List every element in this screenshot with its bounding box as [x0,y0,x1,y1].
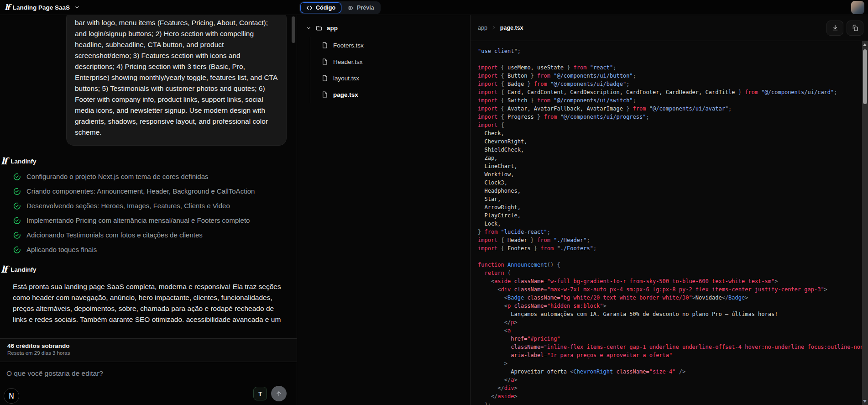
code-line [478,252,862,261]
file-tree-item-page.tsx[interactable]: page.tsx [310,86,470,103]
project-switcher[interactable]: lf Landing Page SaaS [0,4,80,11]
file-tree-item-layout.tsx[interactable]: layout.tsx [310,70,470,86]
code-line: import { Card, CardContent, CardDescript… [478,88,862,96]
task-item: Configurando o projeto Next.js com tema … [13,172,297,181]
credits-reset: Reseta em 29 dias 3 horas [7,350,289,356]
file-icon [321,74,328,82]
assistant-message: Está pronta sua landing page SaaS comple… [13,281,285,322]
task-item: Desenvolvendo seções: Heroes, Images, Fe… [13,201,297,210]
file-label: Header.tsx [333,58,363,65]
file-icon [321,58,328,65]
code-line: } from "lucide-react"; [478,228,862,236]
code-line: Workflow, [478,170,862,179]
file-tree-folder-app[interactable]: app [306,22,470,33]
breadcrumb-folder[interactable]: app [478,25,487,31]
copy-button[interactable] [847,21,863,36]
code-line: <div className="max-w-7xl mx-auto px-4 s… [478,285,862,294]
task-item: Implementando Pricing com alternância me… [13,216,297,225]
code-line: ChevronRight, [478,137,862,146]
folder-icon [315,25,323,32]
task-label: Configurando o projeto Next.js com tema … [26,173,209,180]
credits-box: 46 créditos sobrando Reseta em 29 dias 3… [0,338,297,362]
assistant-header: lf Landinfy [1,265,297,274]
top-bar: lf Landing Page SaaS Código Prévia [0,0,868,15]
code-line: <aside className="w-full bg-gradient-to-… [478,277,862,285]
task-label: Implementando Pricing com alternância me… [26,216,250,224]
code-line: ); [478,400,862,405]
code-line: import { Switch } from "@/components/ui/… [478,96,862,105]
check-circle-icon [13,173,21,181]
chat-scrollbar[interactable] [292,16,295,403]
code-icon [306,5,313,11]
scroll-up-arrow-icon[interactable] [863,43,867,46]
check-circle-icon [13,231,21,239]
project-title: Landing Page SaaS [13,4,70,11]
task-label: Aplicando toques finais [26,246,97,253]
code-line: import { Header } from "./Header"; [478,236,862,244]
code-line: import { Avatar, AvatarFallback, AvatarI… [478,105,862,113]
code-line: import { Button } from "@/components/ui/… [478,72,862,80]
assistant-logo-icon: lf [1,157,6,166]
nextjs-badge[interactable]: N [4,388,19,404]
assistant-logo-icon: lf [1,265,6,274]
file-label: page.tsx [333,91,358,98]
copy-icon [852,24,859,32]
code-line: <a [478,326,862,335]
user-avatar[interactable] [851,1,864,14]
credits-remaining: 46 créditos sobrando [7,342,289,349]
scrollbar-thumb[interactable] [863,49,867,104]
scroll-down-arrow-icon[interactable] [863,400,867,403]
code-line: Star, [478,195,862,203]
editor-header: app page.tsx [471,15,868,41]
tab-code[interactable]: Código [300,2,341,13]
app-logo-icon: lf [5,4,9,11]
eye-icon [347,5,354,11]
file-icon [321,42,328,49]
file-label: layout.tsx [333,75,359,82]
code-line: LineChart, [478,162,862,170]
code-line: Lançamos automações com IA. Garanta 50% … [478,310,862,318]
task-list: Configurando o projeto Next.js com tema … [13,172,297,254]
chevron-down-icon [306,26,311,31]
download-button[interactable] [826,21,843,36]
send-button[interactable] [271,386,287,401]
text-mode-button[interactable]: T [253,387,267,400]
check-circle-icon [13,246,21,254]
task-label: Adicionando Testimonials com fotos e cit… [26,231,203,239]
file-tree-panel: app Footers.tsxHeader.tsxlayout.tsxpage.… [297,15,471,405]
task-label: Desenvolvendo seções: Heroes, Images, Fe… [26,202,230,210]
code-line: Zap, [478,154,862,162]
arrow-up-icon [275,390,282,397]
code-lines: "use client"; import { useMemo, useState… [478,47,862,405]
composer: N T [0,362,297,405]
file-icon [321,91,328,98]
file-label: Footers.tsx [333,42,364,49]
task-item: Criando componentes: Announcement, Heade… [13,187,297,195]
folder-label: app [327,25,338,32]
assistant-name: Landinfy [10,266,36,273]
file-tree-item-Footers.tsx[interactable]: Footers.tsx [310,37,470,53]
code-line: href="#pricing" [478,335,862,343]
tab-preview[interactable]: Prévia [341,2,380,13]
code-line: className="inline-flex items-center gap-… [478,343,862,351]
code-panel: app page.tsx "use client"; import { useM… [471,15,868,405]
task-item: Aplicando toques finais [13,245,297,254]
code-line: PlayCircle, [478,211,862,220]
chat-input[interactable] [6,369,280,397]
code-line: </p> [478,318,862,326]
breadcrumb: app page.tsx [478,25,523,31]
code-editor[interactable]: "use client"; import { useMemo, useState… [471,41,868,405]
file-tree-item-Header.tsx[interactable]: Header.tsx [310,53,470,70]
code-line: ArrowRight, [478,203,862,211]
code-line: Clock3, [478,179,862,187]
assistant-header: lf Landinfy [1,157,297,166]
code-line: <Badge className="bg-white/20 text-white… [478,294,862,302]
code-line: <p className="hidden sm:block"> [478,302,862,310]
code-line [478,55,862,63]
chevron-right-icon [492,26,496,30]
task-item: Adicionando Testimonials com fotos e cit… [13,231,297,239]
code-line: Check, [478,129,862,137]
code-line: import { Progress } from "@/components/u… [478,113,862,121]
chat-history[interactable]: bar with logo, menu items (Features, Pri… [0,15,297,322]
code-scrollbar[interactable] [862,41,868,405]
